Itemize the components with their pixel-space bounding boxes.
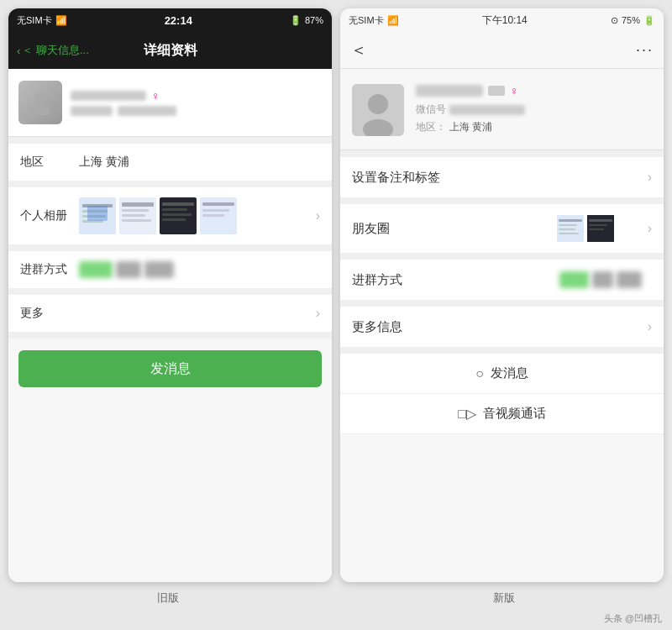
right-moments-section: 朋友圈 (340, 204, 664, 253)
left-group-section: 进群方式 (8, 251, 332, 288)
left-name-row: ♀ (71, 89, 322, 102)
left-album-arrow: › (316, 208, 320, 223)
left-thumb-3 (160, 197, 197, 234)
right-moments-label: 朋友圈 (352, 221, 557, 237)
left-group-blurred (79, 261, 320, 278)
right-more-button[interactable]: ··· (636, 41, 654, 59)
left-profile-sub (71, 106, 322, 116)
left-profile-section: ♀ (8, 69, 332, 137)
left-name-blur (71, 91, 146, 101)
right-divider-5 (340, 347, 664, 354)
right-divider-4 (340, 300, 664, 307)
left-blur-chip-1 (79, 261, 113, 278)
left-content: ♀ 地区 上海 黄浦 (8, 69, 332, 582)
right-video-label: 音视频通话 (483, 406, 546, 422)
left-nav-bar: ‹ ＜ 聊天信息... 详细资料 (8, 32, 332, 69)
right-set-note-label: 设置备注和标签 (352, 170, 648, 186)
right-blur-chip-1 (559, 271, 589, 288)
right-name-blur (416, 85, 483, 97)
svg-rect-28 (559, 228, 575, 230)
right-action-section: ○ 发消息 □▷ 音视频通话 (340, 354, 664, 434)
right-back-button[interactable]: ＜ (350, 39, 367, 61)
left-region-value: 上海 黄浦 (79, 155, 320, 170)
right-group-section: 进群方式 (340, 260, 664, 300)
svg-rect-27 (559, 224, 577, 226)
left-album-item[interactable]: 个人相册 (8, 187, 332, 244)
right-send-message-item[interactable]: ○ 发消息 (340, 354, 664, 394)
left-more-label: 更多 (20, 306, 79, 321)
right-thumb-svg-2 (587, 215, 614, 242)
right-status-time: 下午10:14 (482, 13, 528, 28)
left-thumb-2 (119, 197, 156, 234)
left-group-label: 进群方式 (20, 262, 79, 277)
svg-rect-21 (202, 214, 224, 217)
svg-rect-29 (559, 233, 579, 234)
left-carrier: 无SIM卡 (17, 14, 52, 27)
svg-point-1 (31, 105, 50, 115)
left-avatar (18, 81, 62, 124)
right-gender-icon: ♀ (510, 84, 519, 97)
left-blur-chip-2 (116, 261, 141, 278)
left-region-section: 地区 上海 黄浦 (8, 144, 332, 181)
right-region-label: 地区： (416, 120, 446, 134)
phones-row: 无SIM卡 📶 22:14 🔋 87% ‹ ＜ 聊天信息... 详细资料 (0, 0, 672, 582)
left-sub-blur-2 (118, 106, 176, 116)
left-back-label: ＜ 聊天信息... (22, 43, 88, 58)
left-version-label: 旧版 (157, 591, 179, 606)
left-phone: 无SIM卡 📶 22:14 🔋 87% ‹ ＜ 聊天信息... 详细资料 (8, 8, 332, 582)
right-carrier: 无SIM卡 (349, 14, 384, 27)
left-wifi-icon: 📶 (55, 15, 67, 26)
svg-rect-17 (162, 218, 186, 221)
right-divider-2 (340, 197, 664, 204)
left-album-row (79, 197, 316, 234)
right-set-note-item[interactable]: 设置备注和标签 › (340, 157, 664, 197)
left-back-button[interactable]: ‹ ＜ 聊天信息... (17, 43, 89, 58)
svg-rect-15 (162, 208, 187, 211)
right-name-row: ♀ (416, 84, 652, 97)
left-region-item: 地区 上海 黄浦 (8, 144, 332, 181)
right-more-arrow: › (648, 319, 652, 334)
svg-rect-32 (589, 224, 607, 226)
right-wechat-value-blur (449, 105, 525, 115)
thumb-svg-2 (119, 197, 156, 234)
left-divider-4 (8, 288, 332, 295)
left-back-icon: ‹ (17, 45, 20, 57)
left-more-item[interactable]: 更多 › (8, 295, 332, 332)
right-more-item[interactable]: 更多信息 › (340, 307, 664, 347)
left-sub-blur-1 (71, 106, 113, 116)
right-wifi-icon: 📶 (387, 15, 399, 26)
svg-rect-20 (202, 209, 229, 212)
right-name-extra (488, 86, 505, 96)
left-battery: 87% (305, 15, 323, 25)
right-wechat-row: 微信号 (416, 102, 652, 117)
svg-rect-31 (589, 219, 612, 222)
right-status-left: 无SIM卡 📶 (349, 14, 399, 27)
svg-rect-19 (202, 202, 234, 206)
left-divider-1 (8, 137, 332, 144)
right-avatar-svg (352, 84, 404, 136)
right-phone: 无SIM卡 📶 下午10:14 ⊙ 75% 🔋 ＜ ··· (340, 8, 664, 582)
right-profile-section: ♀ 微信号 地区： 上海 黄浦 (340, 69, 664, 150)
right-profile-info: ♀ 微信号 地区： 上海 黄浦 (416, 84, 652, 138)
thumb-svg-4 (200, 197, 237, 234)
left-send-btn-section: 发消息 (18, 350, 322, 387)
thumb-svg-3 (160, 197, 197, 234)
right-send-label: 发消息 (491, 365, 528, 381)
watermark-row: 头条 @凹槽孔 (0, 609, 672, 630)
thumb-svg-1 (79, 197, 116, 234)
right-blur-chip-3 (617, 271, 642, 288)
left-blur-chip-3 (144, 261, 174, 278)
right-video-call-item[interactable]: □▷ 音视频通话 (340, 394, 664, 434)
right-menu-section: 设置备注和标签 › (340, 157, 664, 197)
right-more-section: 更多信息 › (340, 307, 664, 347)
right-region-row: 地区： 上海 黄浦 (416, 120, 652, 134)
left-send-message-button[interactable]: 发消息 (18, 350, 322, 387)
left-album-section: 个人相册 (8, 187, 332, 244)
svg-point-0 (34, 93, 46, 105)
left-nav-title: 详细资料 (144, 42, 197, 60)
left-more-section: 更多 › (8, 295, 332, 332)
right-battery-icon: 🔋 (643, 15, 655, 26)
right-moments-item[interactable]: 朋友圈 (340, 204, 664, 253)
left-battery-icon: 🔋 (290, 15, 302, 26)
right-content: ♀ 微信号 地区： 上海 黄浦 (340, 69, 664, 582)
